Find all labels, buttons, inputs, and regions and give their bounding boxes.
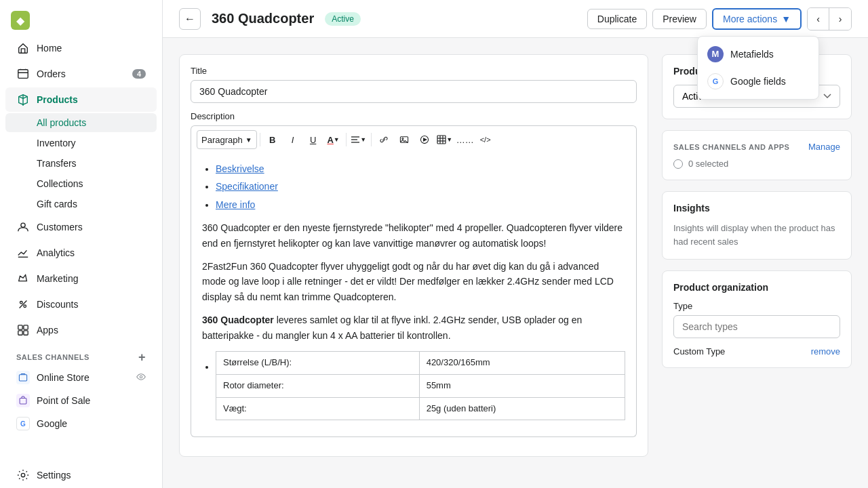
sidebar-item-marketing[interactable]: Marketing xyxy=(5,266,157,291)
sidebar-item-products[interactable]: Products xyxy=(5,87,157,112)
sidebar-item-transfers[interactable]: Transfers xyxy=(5,154,157,173)
page-title: 360 Quadcopter xyxy=(212,11,314,26)
code-button[interactable]: </> xyxy=(476,130,495,149)
online-store-icon xyxy=(16,371,30,384)
product-org-title: Product organization xyxy=(673,282,840,293)
sidebar-item-inventory[interactable]: Inventory xyxy=(5,134,157,152)
svg-rect-4 xyxy=(18,325,22,329)
svg-rect-19 xyxy=(437,136,446,144)
sidebar-item-customers[interactable]: Customers xyxy=(5,215,157,239)
insights-description: Insights will display when the product h… xyxy=(673,222,840,248)
manage-link[interactable]: Manage xyxy=(808,142,840,152)
more-actions-label: More actions xyxy=(723,14,777,24)
collections-label: Collections xyxy=(37,178,83,189)
font-color-button[interactable]: A▼ xyxy=(324,130,343,149)
dropdown-metafields[interactable]: M Metafields xyxy=(698,41,818,68)
home-icon xyxy=(16,41,30,55)
shopify-icon: ◆ xyxy=(11,11,30,30)
svg-marker-18 xyxy=(423,138,426,141)
spec-value-size: 420/320/165mm xyxy=(419,351,625,374)
spec-value-weight: 25g (uden batteri) xyxy=(419,397,625,420)
dropdown-google-fields[interactable]: G Google fields xyxy=(698,68,818,95)
title-input[interactable] xyxy=(191,80,637,103)
svg-rect-8 xyxy=(19,375,26,381)
sidebar-item-point-of-sale[interactable]: Point of Sale xyxy=(5,390,157,411)
discounts-icon xyxy=(16,298,30,311)
products-label: Products xyxy=(37,94,78,105)
sidebar-item-online-store[interactable]: Online Store xyxy=(5,367,157,388)
specifikationer-link[interactable]: Specifikationer xyxy=(216,181,278,192)
more-formats-button[interactable]: …… xyxy=(456,130,475,149)
sidebar-item-settings[interactable]: Settings xyxy=(5,463,157,487)
metafields-icon: M xyxy=(707,46,724,62)
home-label: Home xyxy=(37,43,62,54)
add-sales-channel-button[interactable]: + xyxy=(138,351,146,363)
more-actions-dropdown: M Metafields G Google fields xyxy=(697,36,819,100)
preview-button[interactable]: Preview xyxy=(652,9,707,29)
video-button[interactable] xyxy=(415,130,434,149)
sidebar-item-google[interactable]: G Google xyxy=(5,413,157,434)
svg-point-2 xyxy=(20,302,23,304)
link-button[interactable] xyxy=(374,130,393,149)
google-channel-icon: G xyxy=(16,417,30,430)
content-area: Title Description Paragraph ▼ B I U xyxy=(163,38,868,488)
main-content: ← 360 Quadcopter Active Duplicate Previe… xyxy=(163,0,868,488)
google-fields-label: Google fields xyxy=(730,76,786,87)
paragraph-select[interactable]: Paragraph ▼ xyxy=(197,130,257,149)
svg-point-9 xyxy=(140,375,142,378)
marketing-label: Marketing xyxy=(37,273,78,284)
discounts-label: Discounts xyxy=(37,299,78,310)
mere-info-link[interactable]: Mere info xyxy=(216,199,255,210)
analytics-label: Analytics xyxy=(37,247,75,258)
sidebar-item-discounts[interactable]: Discounts xyxy=(5,292,157,317)
back-button[interactable]: ← xyxy=(179,8,201,30)
sidebar-item-gift-cards[interactable]: Gift cards xyxy=(5,195,157,214)
duplicate-button[interactable]: Duplicate xyxy=(587,9,647,29)
settings-label: Settings xyxy=(37,470,71,481)
eye-icon[interactable] xyxy=(136,372,146,384)
status-badge: Active xyxy=(325,12,361,26)
sidebar-item-apps[interactable]: Apps xyxy=(5,318,157,342)
insights-card: Insights Insights will display when the … xyxy=(662,191,852,260)
custom-type-label: Custom Type xyxy=(673,346,725,357)
products-icon xyxy=(16,93,30,106)
sidebar-item-all-products[interactable]: All products xyxy=(5,113,157,132)
editor-specs-list: Størrelse (L/B/H): 420/320/165mm Rotor d… xyxy=(202,351,625,420)
underline-button[interactable]: U xyxy=(304,130,323,149)
svg-point-3 xyxy=(24,305,26,308)
apps-icon xyxy=(16,323,30,337)
sidebar: ◆ Home Orders 4 Products A xyxy=(0,0,163,488)
description-field-group: Description Paragraph ▼ B I U A▼ xyxy=(191,111,637,437)
toolbar-divider-3 xyxy=(371,133,372,146)
prev-product-button[interactable]: ‹ xyxy=(808,8,829,30)
toolbar-divider-1 xyxy=(260,133,260,146)
spec-label-rotor: Rotor diameter: xyxy=(216,374,420,397)
sidebar-item-analytics[interactable]: Analytics xyxy=(5,241,157,265)
customers-label: Customers xyxy=(37,222,83,232)
table-button[interactable]: ▼ xyxy=(435,130,454,149)
product-org-card: Product organization Type Custom Type re… xyxy=(662,270,852,368)
description-label: Description xyxy=(191,111,637,121)
specs-table: Størrelse (L/B/H): 420/320/165mm Rotor d… xyxy=(216,351,625,420)
beskrivelse-link[interactable]: Beskrivelse xyxy=(216,163,264,174)
title-field-group: Title xyxy=(191,66,637,103)
italic-button[interactable]: I xyxy=(283,130,302,149)
spec-value-rotor: 55mm xyxy=(419,374,625,397)
editor-body[interactable]: Beskrivelse Specifikationer Mere info 36… xyxy=(191,153,637,437)
orders-badge: 4 xyxy=(132,69,146,79)
left-column: Title Description Paragraph ▼ B I U xyxy=(179,54,648,472)
type-input[interactable] xyxy=(673,315,840,338)
sidebar-item-home[interactable]: Home xyxy=(5,36,157,60)
transfers-label: Transfers xyxy=(37,158,77,169)
remove-link[interactable]: remove xyxy=(811,346,840,357)
image-button[interactable] xyxy=(395,130,414,149)
sidebar-item-collections[interactable]: Collections xyxy=(5,174,157,193)
bold-button[interactable]: B xyxy=(263,130,282,149)
editor-para-1: 360 Quadcopter er den nyeste fjernstyred… xyxy=(202,220,625,251)
customers-icon xyxy=(16,220,30,234)
align-button[interactable]: ▼ xyxy=(349,130,368,149)
next-product-button[interactable]: › xyxy=(829,8,851,30)
sidebar-item-orders[interactable]: Orders 4 xyxy=(5,62,157,86)
more-actions-button[interactable]: More actions ▼ xyxy=(712,8,802,30)
google-fields-icon: G xyxy=(707,73,724,89)
